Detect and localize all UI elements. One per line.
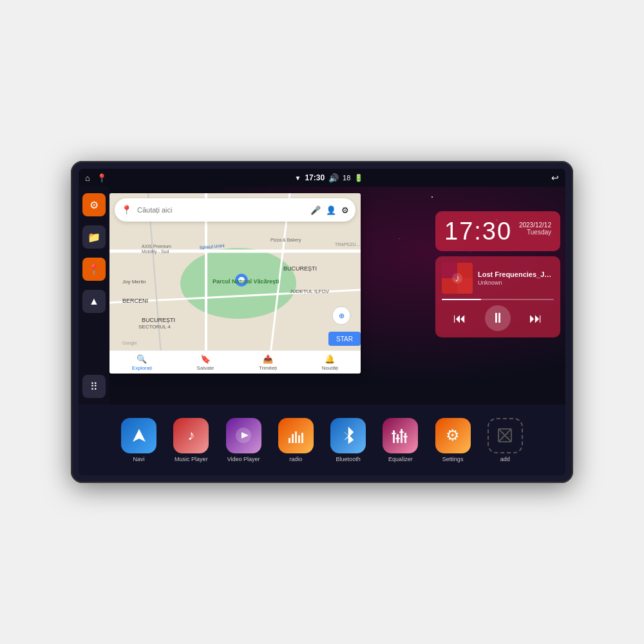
track-artist: Unknown (478, 279, 554, 286)
radio-label: radio (289, 456, 302, 462)
map-search-bar[interactable]: 📍 🎤 👤 ⚙ (115, 198, 355, 222)
news-icon: 🔔 (325, 354, 335, 364)
svg-text:SECTORUL 4: SECTORUL 4 (138, 324, 171, 330)
svg-text:TRAPEZU...: TRAPEZU... (335, 242, 360, 247)
app-add[interactable]: add (480, 418, 530, 462)
left-sidebar: ⚙ 📁 📍 ▲ ⠿ (79, 187, 109, 404)
equalizer-icon (383, 418, 418, 453)
svg-rect-41 (401, 429, 402, 443)
explore-label: Explorați (132, 365, 152, 371)
map-search-input[interactable] (137, 206, 305, 214)
svg-rect-39 (393, 430, 395, 443)
sidebar-files-btn[interactable]: 📁 (82, 225, 106, 249)
album-art: ♪ (442, 263, 473, 294)
svg-rect-34 (289, 438, 290, 443)
navi-icon (121, 418, 156, 453)
eq-svg (391, 426, 410, 444)
back-icon[interactable]: ↩ (551, 173, 559, 183)
album-svg: ♪ (442, 263, 473, 294)
track-name: Lost Frequencies_Janie... (478, 270, 554, 278)
clock-day: Tuesday (519, 229, 551, 236)
svg-rect-46 (403, 436, 408, 437)
status-bar: ⌂ 📍 ▼ 17:30 🔊 18 🔋 ↩ (79, 169, 565, 187)
video-svg (234, 426, 252, 444)
music-player-icon: ♪ (173, 418, 209, 453)
svg-text:♪: ♪ (455, 272, 460, 283)
equalizer-label: Equalizer (388, 456, 413, 462)
track-details: Lost Frequencies_Janie... Unknown (478, 270, 554, 286)
app-navi[interactable]: Navi (114, 418, 164, 462)
svg-rect-35 (292, 434, 294, 443)
account-icon[interactable]: 👤 (326, 205, 336, 215)
wifi-icon: ▼ (295, 175, 301, 182)
map-overlay: ⊕ STAR AXIS Premium Mobility - Sud (109, 193, 361, 374)
news-label: Noutăți (322, 365, 338, 371)
navi-label: Navi (133, 456, 145, 462)
progress-bar[interactable] (442, 299, 554, 300)
settings-app-icon: ⚙ (435, 418, 471, 453)
volume-icon: 🔊 (328, 173, 339, 183)
map-share-btn[interactable]: 📤 Trimiteți (259, 354, 277, 371)
sidebar-navi-btn[interactable]: ▲ (82, 290, 106, 313)
navi-arrow-icon: ▲ (89, 296, 99, 307)
app-radio[interactable]: radio (271, 418, 321, 462)
svg-rect-38 (301, 433, 303, 443)
app-bluetooth[interactable]: Bluetooth (323, 418, 373, 462)
svg-text:Parcul Natural Văcărești: Parcul Natural Văcărești (213, 278, 279, 285)
svg-text:STAR: STAR (336, 336, 353, 343)
prev-button[interactable]: ⏮ (448, 307, 471, 330)
svg-rect-43 (392, 433, 396, 434)
radio-icon (278, 418, 314, 453)
map-bottom-bar: 🔍 Explorați 🔖 Salvate 📤 Trimiteți (109, 350, 361, 374)
music-widget: ♪ Lost Frequencies_Janie... Unknown (435, 256, 560, 337)
app-settings[interactable]: ⚙ Settings (428, 418, 478, 462)
next-button[interactable]: ⏭ (524, 307, 547, 330)
svg-text:⊕: ⊕ (339, 312, 345, 319)
files-icon: 📁 (88, 231, 100, 243)
add-svg (495, 426, 515, 445)
battery-icon: 🔋 (354, 174, 363, 182)
mic-icon[interactable]: 🎤 (310, 205, 321, 215)
add-label: add (500, 456, 510, 462)
music-player-label: Music Player (175, 456, 208, 462)
map-explore-btn[interactable]: 🔍 Explorați (132, 354, 152, 371)
status-time: 17:30 (305, 173, 325, 182)
pause-button[interactable]: ⏸ (485, 305, 511, 331)
saved-label: Salvate (197, 365, 214, 371)
more-icon[interactable]: ⚙ (341, 205, 349, 215)
sidebar-settings-btn[interactable]: ⚙ (82, 193, 106, 216)
saved-icon: 🔖 (200, 354, 211, 364)
battery-level: 18 (343, 174, 350, 182)
sidebar-maps-btn[interactable]: 📍 (82, 258, 106, 281)
maps-status-icon[interactable]: 📍 (97, 173, 107, 183)
map-news-btn[interactable]: 🔔 Noutăți (322, 354, 338, 371)
app-music-player[interactable]: ♪ Music Player (166, 418, 216, 462)
bluetooth-svg (341, 426, 356, 445)
settings-label: Settings (442, 456, 464, 462)
svg-rect-45 (399, 431, 404, 433)
svg-text:Joy Merlin: Joy Merlin (122, 279, 146, 285)
music-controls: ⏮ ⏸ ⏭ (442, 305, 554, 331)
svg-text:Mobility - Sud: Mobility - Sud (142, 249, 169, 254)
settings-icon: ⚙ (90, 199, 99, 211)
bluetooth-icon (330, 418, 366, 453)
svg-text:BUCUREȘTI: BUCUREȘTI (142, 317, 175, 323)
svg-marker-31 (133, 429, 146, 442)
svg-rect-44 (395, 438, 400, 439)
clock-date: 2023/12/12 (519, 222, 551, 229)
bluetooth-label: Bluetooth (336, 456, 361, 462)
svg-rect-36 (295, 431, 297, 443)
app-video-player[interactable]: Video Player (219, 418, 269, 462)
explore-icon: 🔍 (137, 354, 147, 364)
music-track-info: ♪ Lost Frequencies_Janie... Unknown (442, 263, 554, 294)
sidebar-apps-btn[interactable]: ⠿ (82, 375, 106, 398)
svg-text:Google: Google (122, 341, 137, 346)
device-screen: ⌂ 📍 ▼ 17:30 🔊 18 🔋 ↩ ⚙ 📁 (79, 169, 565, 475)
svg-text:JUDEȚUL ILFOV: JUDEȚUL ILFOV (290, 289, 330, 294)
svg-text:Pizza & Bakery: Pizza & Bakery (270, 238, 301, 243)
app-equalizer[interactable]: Equalizer (375, 418, 425, 462)
share-label: Trimiteți (259, 365, 277, 371)
home-icon[interactable]: ⌂ (85, 173, 90, 183)
map-saved-btn[interactable]: 🔖 Salvate (197, 354, 214, 371)
video-player-icon (226, 418, 261, 453)
